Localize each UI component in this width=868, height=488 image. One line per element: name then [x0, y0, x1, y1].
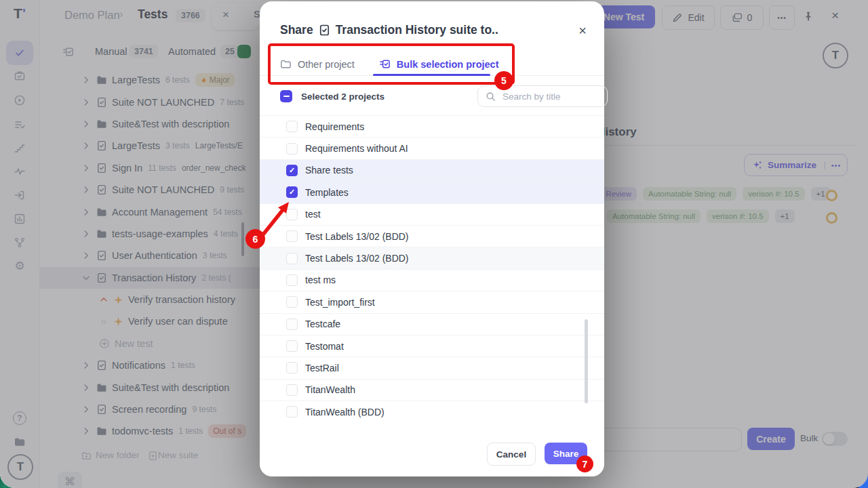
screen: T' ⚙ ? T Demo Plan › Tests 3766 × S — [0, 0, 868, 488]
project-checkbox[interactable] — [286, 296, 298, 308]
modal-tabs: Other project Bulk selection project — [280, 58, 499, 70]
project-checkbox[interactable] — [286, 209, 298, 220]
cancel-button[interactable]: Cancel — [487, 443, 536, 466]
project-checkbox[interactable] — [286, 121, 298, 132]
project-row[interactable]: TitanWealth — [260, 379, 604, 401]
project-checkbox[interactable] — [286, 384, 298, 396]
project-checkbox[interactable] — [286, 362, 298, 373]
tab-bulk-label: Bulk selection project — [397, 59, 499, 70]
modal-scrollbar[interactable] — [585, 319, 588, 403]
project-checkbox[interactable] — [286, 143, 298, 155]
project-label: Requirements without AI — [305, 143, 408, 154]
document-check-icon — [319, 24, 330, 36]
project-label: TitanWealth (BDD) — [305, 407, 384, 418]
search-icon — [486, 92, 496, 102]
project-row[interactable]: Test Labels 13/02 (BDD) — [260, 225, 604, 247]
folder-icon — [280, 58, 292, 70]
share-suite-modal: Share Transaction History suite to.. × O… — [260, 1, 604, 476]
project-checkbox[interactable] — [286, 319, 298, 330]
search-input[interactable] — [501, 91, 599, 102]
project-label: Test_import_first — [305, 297, 375, 308]
share-button[interactable]: Share — [545, 443, 587, 464]
project-label: test ms — [305, 274, 336, 285]
project-row[interactable]: ✓Share tests — [260, 159, 604, 181]
project-row[interactable]: Test Labels 13/02 (BDD) — [260, 247, 604, 268]
tab-other-project[interactable]: Other project — [280, 58, 355, 70]
select-all-checkbox[interactable] — [280, 90, 292, 102]
project-checkbox[interactable] — [286, 340, 298, 352]
project-row[interactable]: ✓Templates — [260, 181, 604, 203]
project-checkbox[interactable] — [286, 274, 298, 286]
project-label: TitanWealth — [305, 384, 355, 395]
project-label: TestRail — [305, 363, 339, 373]
indeterminate-dash — [283, 96, 290, 97]
project-row[interactable]: Testcafe — [260, 313, 604, 335]
project-row[interactable]: test ms — [260, 269, 604, 291]
project-row[interactable]: Test_import_first — [260, 291, 604, 312]
tab-other-label: Other project — [298, 59, 355, 70]
project-checkbox[interactable] — [286, 253, 298, 264]
search-box[interactable] — [477, 85, 608, 107]
project-checkbox[interactable] — [286, 230, 298, 242]
project-label: Testcafe — [305, 319, 340, 329]
project-label: Testomat — [305, 341, 344, 352]
project-label: test — [305, 209, 321, 220]
bulk-select-icon — [379, 58, 391, 70]
project-row[interactable]: TestRail — [260, 357, 604, 378]
project-row[interactable]: test — [260, 203, 604, 225]
project-row[interactable]: Requirements — [260, 115, 604, 137]
project-label: Requirements — [305, 121, 364, 132]
project-checkbox[interactable] — [286, 406, 298, 418]
modal-title-prefix: Share — [280, 23, 313, 37]
modal-close-button[interactable]: × — [578, 24, 587, 37]
project-checkbox[interactable]: ✓ — [286, 186, 298, 198]
modal-title: Share Transaction History suite to.. — [280, 23, 498, 37]
active-tab-underline — [373, 74, 490, 76]
project-label: Templates — [305, 187, 349, 198]
project-checkbox[interactable]: ✓ — [286, 165, 298, 176]
project-row[interactable]: TitanWealth (BDD) — [260, 401, 604, 422]
project-label: Test Labels 13/02 (BDD) — [305, 231, 409, 242]
project-row[interactable]: Testomat — [260, 335, 604, 357]
selected-summary: Selected 2 projects — [301, 92, 384, 102]
project-list: RequirementsRequirements without AI✓Shar… — [260, 115, 604, 422]
project-label: Test Labels 13/02 (BDD) — [305, 253, 409, 264]
modal-title-main: Transaction History suite to.. — [336, 23, 498, 37]
tab-bulk-selection[interactable]: Bulk selection project — [379, 58, 499, 70]
project-row[interactable]: Requirements without AI — [260, 137, 604, 159]
project-label: Share tests — [305, 165, 353, 176]
